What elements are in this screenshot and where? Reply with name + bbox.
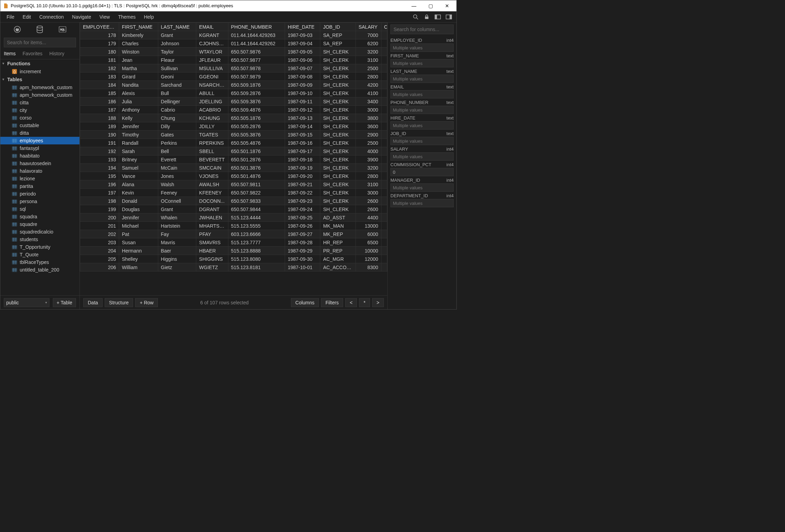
cell[interactable]: McCain xyxy=(158,164,196,172)
cell[interactable]: JDELLING xyxy=(196,97,228,106)
cell[interactable]: 1987-09-29 xyxy=(285,247,320,255)
tree-table[interactable]: tblRaceTypes xyxy=(0,258,79,266)
cell[interactable]: DOCONN... xyxy=(196,197,228,205)
cell[interactable]: Samuel xyxy=(119,164,158,172)
table-row[interactable]: 190TimothyGatesTGATES650.505.38761987-09… xyxy=(80,131,387,139)
table-row[interactable]: 200JenniferWhalenJWHALEN515.123.44441987… xyxy=(80,213,387,222)
cell[interactable]: SH_CLERK xyxy=(320,164,356,172)
cell[interactable]: Kelly xyxy=(119,114,158,122)
cell[interactable]: SH_CLERK xyxy=(320,89,356,97)
cell[interactable]: Fay xyxy=(158,230,196,238)
cell[interactable]: SH_CLERK xyxy=(320,56,356,64)
cell[interactable]: TGATES xyxy=(196,131,228,139)
cell[interactable]: SA_REP xyxy=(320,39,356,48)
cell[interactable]: Grant xyxy=(158,205,196,213)
tree-table[interactable]: ditta xyxy=(0,129,79,137)
tree-table[interactable]: apm_homework_custom xyxy=(0,91,79,99)
plug-icon[interactable] xyxy=(13,25,22,34)
field-input[interactable] xyxy=(390,106,454,114)
cell[interactable]: 187 xyxy=(80,106,119,114)
cell[interactable]: 1987-09-22 xyxy=(285,189,320,197)
search-columns-input[interactable] xyxy=(390,25,454,34)
tree-table[interactable]: untitled_table_200 xyxy=(0,266,79,274)
tree-table[interactable]: persona xyxy=(0,198,79,205)
table-row[interactable]: 191RandallPerkinsRPERKINS650.505.4876198… xyxy=(80,139,387,147)
cell[interactable]: 4100 xyxy=(356,89,381,97)
tree-table[interactable]: apm_homework_custom xyxy=(0,84,79,91)
cell[interactable]: 3000 xyxy=(356,106,381,114)
tree-table[interactable]: sql xyxy=(0,205,79,213)
cell[interactable]: Michael xyxy=(119,222,158,230)
cell[interactable]: 6500 xyxy=(356,238,381,247)
table-row[interactable]: 180WinstonTaylorWTAYLOR650.507.98761987-… xyxy=(80,48,387,56)
tree-table[interactable]: corso xyxy=(0,114,79,122)
add-table-button[interactable]: + Table xyxy=(53,298,76,307)
tree-table[interactable]: fantasypl xyxy=(0,144,79,152)
cell[interactable]: Chung xyxy=(158,114,196,122)
cell[interactable]: 12000 xyxy=(356,255,381,263)
cell[interactable]: Fleaur xyxy=(158,56,196,64)
cell[interactable]: 180 xyxy=(80,48,119,56)
cell[interactable]: Geoni xyxy=(158,73,196,81)
cell[interactable]: PFAY xyxy=(196,230,228,238)
cell[interactable]: 650.509.3876 xyxy=(228,97,285,106)
cell[interactable]: 1987-09-14 xyxy=(285,122,320,131)
cell[interactable]: 650.507.9822 xyxy=(228,189,285,197)
cell[interactable]: 650.509.2876 xyxy=(228,89,285,97)
menu-themes[interactable]: Themes xyxy=(114,12,140,22)
cell[interactable]: Hartstein xyxy=(158,222,196,230)
cell[interactable]: Walsh xyxy=(158,180,196,189)
cell[interactable]: SH_CLERK xyxy=(320,139,356,147)
cell[interactable]: Perkins xyxy=(158,139,196,147)
cell[interactable]: 011.44.1644.429262 xyxy=(228,39,285,48)
cell[interactable]: Pat xyxy=(119,230,158,238)
cell[interactable]: JWHALEN xyxy=(196,213,228,222)
column-header[interactable]: HIRE_DATE xyxy=(285,23,320,31)
table-row[interactable]: 187AnthonyCabrioACABRIO650.509.48761987-… xyxy=(80,106,387,114)
cell[interactable]: Everett xyxy=(158,155,196,164)
table-row[interactable]: 186JuliaDellingerJDELLING650.509.3876198… xyxy=(80,97,387,106)
menu-help[interactable]: Help xyxy=(140,12,158,22)
cell[interactable]: MSULLIVA xyxy=(196,64,228,73)
panel-right-icon[interactable] xyxy=(445,13,453,21)
cell[interactable]: 2600 xyxy=(356,197,381,205)
cell[interactable]: Sullivan xyxy=(158,64,196,73)
table-row[interactable]: 182MarthaSullivanMSULLIVA650.507.9878198… xyxy=(80,64,387,73)
cell[interactable]: 650.507.9833 xyxy=(228,197,285,205)
cell[interactable]: Timothy xyxy=(119,131,158,139)
field-input[interactable] xyxy=(390,59,454,67)
cell[interactable]: VJONES xyxy=(196,172,228,180)
cell[interactable]: 189 xyxy=(80,122,119,131)
cell[interactable]: 6000 xyxy=(356,230,381,238)
cell[interactable]: 515.123.7777 xyxy=(228,238,285,247)
cell[interactable]: 1987-09-10 xyxy=(285,89,320,97)
cell[interactable]: 650.505.3876 xyxy=(228,131,285,139)
cell[interactable]: 3000 xyxy=(356,189,381,197)
cell[interactable]: 1987-10-01 xyxy=(285,263,320,272)
tree-table[interactable]: students xyxy=(0,236,79,243)
cell[interactable]: 185 xyxy=(80,89,119,97)
cell[interactable]: PR_REP xyxy=(320,247,356,255)
cell[interactable]: 196 xyxy=(80,180,119,189)
table-row[interactable]: 203SusanMavrisSMAVRIS515.123.77771987-09… xyxy=(80,238,387,247)
column-header[interactable]: LAST_NAME xyxy=(158,23,196,31)
cell[interactable]: 650.507.9879 xyxy=(228,73,285,81)
column-header[interactable]: JOB_ID xyxy=(320,23,356,31)
menu-view[interactable]: View xyxy=(95,12,114,22)
cell[interactable]: 4400 xyxy=(356,213,381,222)
cell[interactable]: 193 xyxy=(80,155,119,164)
cell[interactable]: 8300 xyxy=(356,263,381,272)
cell[interactable]: 650.507.9878 xyxy=(228,64,285,73)
table-row[interactable]: 193BritneyEverettBEVERETT650.501.2876198… xyxy=(80,155,387,164)
cell[interactable]: SH_CLERK xyxy=(320,114,356,122)
cell[interactable]: BEVERETT xyxy=(196,155,228,164)
tree-table[interactable]: citta xyxy=(0,99,79,106)
cell[interactable]: 188 xyxy=(80,114,119,122)
cell[interactable]: 650.501.4876 xyxy=(228,172,285,180)
table-row[interactable]: 206WilliamGietzWGIETZ515.123.81811987-10… xyxy=(80,263,387,272)
cell[interactable]: Gates xyxy=(158,131,196,139)
cell[interactable]: Taylor xyxy=(158,48,196,56)
cell[interactable]: Randall xyxy=(119,139,158,147)
cell[interactable]: Jean xyxy=(119,56,158,64)
cell[interactable]: 1987-09-09 xyxy=(285,81,320,89)
